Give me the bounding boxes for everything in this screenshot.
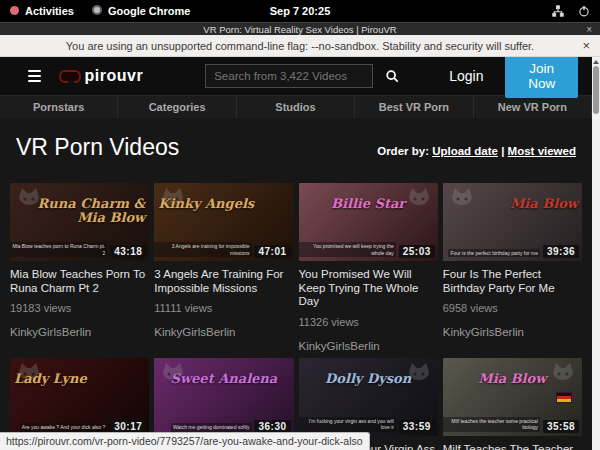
login-link[interactable]: Login bbox=[449, 68, 483, 84]
video-card[interactable]: Kinky Angels 3 Angels are training for i… bbox=[154, 183, 293, 352]
video-studio-link[interactable]: KinkyGirlsBerlin bbox=[443, 326, 582, 338]
vr-goggles-icon bbox=[59, 70, 81, 83]
infobar-close-icon[interactable]: × bbox=[582, 38, 590, 53]
video-studio-link[interactable]: KinkyGirlsBerlin bbox=[154, 326, 293, 338]
video-thumbnail[interactable]: Mia Blow Four is the perfect birthday pa… bbox=[443, 183, 582, 261]
thumbnail-performer-name: Mia Blow bbox=[447, 197, 578, 211]
video-card[interactable]: Runa Charm & Mia Blow Mia Blow teaches p… bbox=[10, 183, 149, 352]
page-viewport: pirouvr Login Join Now PornstarsCategori… bbox=[0, 57, 600, 450]
heading-row: VR Porn Videos Order by: Upload date | M… bbox=[0, 118, 592, 161]
video-title[interactable]: Mia Blow Teaches Porn To Runa Charm Pt 2 bbox=[10, 268, 149, 295]
search-button[interactable] bbox=[373, 64, 411, 88]
duration-badge: 30:17 bbox=[110, 420, 146, 433]
screen: Activities Google Chrome Sep 7 20:25 VR … bbox=[0, 0, 600, 450]
video-title[interactable]: Milf Teaches The Teacher Some Practical … bbox=[443, 443, 582, 450]
order-by-label: Order by: bbox=[377, 145, 429, 157]
video-studio-link[interactable]: KinkyGirlsBerlin bbox=[10, 326, 149, 338]
video-thumbnail[interactable]: Mia Blow Milf teaches the teacher some p… bbox=[443, 358, 582, 436]
german-flag-icon bbox=[556, 392, 572, 403]
duration-badge: 43:18 bbox=[110, 245, 146, 258]
nav-item[interactable]: Best VR Porn bbox=[355, 96, 473, 118]
activities-button[interactable]: Activities bbox=[10, 5, 74, 17]
thumbnail-performer-name: Mia Blow bbox=[447, 372, 578, 386]
thumbnail-caption: Mia Blow teaches porn to Runa Charm pt. … bbox=[10, 242, 107, 257]
thumbnail-caption: I'm fucking your virgin ass and you will… bbox=[299, 417, 396, 432]
network-icon[interactable] bbox=[552, 5, 564, 17]
video-card[interactable]: Mia Blow Four is the perfect birthday pa… bbox=[443, 183, 582, 352]
nav-item[interactable]: Pornstars bbox=[0, 96, 118, 118]
thumbnail-performer-name: Lady Lyne bbox=[14, 372, 145, 386]
site-header: pirouvr Login Join Now bbox=[0, 57, 592, 95]
video-thumbnail[interactable]: Billie Star You promised we will keep tr… bbox=[299, 183, 438, 261]
video-thumbnail[interactable]: Kinky Angels 3 Angels are training for i… bbox=[154, 183, 293, 261]
video-views: 6958 views bbox=[443, 302, 582, 314]
video-thumbnail[interactable]: Sweet Analena Watch me getting dominated… bbox=[154, 358, 293, 436]
nav-item[interactable]: Categories bbox=[118, 96, 236, 118]
scrollbar-thumb[interactable] bbox=[593, 66, 599, 114]
duration-badge: 36:30 bbox=[254, 420, 290, 433]
status-url-tooltip: https://pirouvr.com/vr-porn-video/779325… bbox=[0, 432, 370, 450]
activities-label: Activities bbox=[25, 5, 74, 17]
order-most-viewed-link[interactable]: Most viewed bbox=[508, 145, 576, 157]
order-separator: | bbox=[501, 145, 504, 157]
app-menu-label: Google Chrome bbox=[108, 5, 191, 17]
warning-infobar: You are using an unsupported command-lin… bbox=[0, 35, 600, 57]
order-by: Order by: Upload date | Most viewed bbox=[377, 145, 576, 161]
search-input[interactable] bbox=[205, 64, 373, 88]
duration-badge: 33:59 bbox=[399, 420, 435, 433]
thumbnail-performer-name: Kinky Angels bbox=[158, 197, 289, 211]
thumbnail-performer-name: Billie Star bbox=[303, 197, 434, 211]
thumbnail-caption: Watch me getting dominated softly bbox=[171, 423, 252, 432]
app-menu-button[interactable]: Google Chrome bbox=[92, 5, 191, 17]
duration-badge: 25:03 bbox=[399, 245, 435, 258]
video-thumbnail[interactable]: Lady Lyne Are you awake ? And your dick … bbox=[10, 358, 149, 436]
join-now-button[interactable]: Join Now bbox=[505, 57, 578, 98]
video-studio-link[interactable]: KinkyGirlsBerlin bbox=[299, 340, 438, 352]
thumbnail-caption: You promised we will keep trying the who… bbox=[299, 242, 396, 257]
power-icon[interactable] bbox=[578, 5, 590, 17]
page-title: VR Porn Videos bbox=[16, 134, 179, 161]
system-top-bar: Activities Google Chrome Sep 7 20:25 bbox=[0, 0, 600, 22]
thumbnail-performer-name: Sweet Analena bbox=[158, 372, 289, 386]
video-grid: Runa Charm & Mia Blow Mia Blow teaches p… bbox=[0, 183, 592, 450]
video-thumbnail[interactable]: Dolly Dyson I'm fucking your virgin ass … bbox=[299, 358, 438, 436]
duration-badge: 39:36 bbox=[543, 245, 579, 258]
video-title[interactable]: Four Is The Perfect Birthday Party For M… bbox=[443, 268, 582, 295]
video-views: 11111 views bbox=[154, 302, 293, 314]
tab-close-icon[interactable]: × bbox=[586, 24, 592, 35]
nav-menu: PornstarsCategoriesStudiosBest VR PornNe… bbox=[0, 95, 592, 118]
hamburger-menu-icon[interactable] bbox=[28, 70, 41, 82]
site-logo-text: pirouvr bbox=[85, 67, 144, 85]
nav-item[interactable]: New VR Porn bbox=[474, 96, 592, 118]
thumbnail-caption: 3 Angels are training for impossible mis… bbox=[154, 242, 251, 257]
video-views: 19183 views bbox=[10, 302, 149, 314]
video-card[interactable]: Mia Blow Milf teaches the teacher some p… bbox=[443, 358, 582, 450]
order-upload-date-link[interactable]: Upload date bbox=[432, 145, 498, 157]
chrome-icon bbox=[92, 5, 102, 15]
video-views: 11326 views bbox=[299, 316, 438, 328]
thumbnail-performer-name: Dolly Dyson bbox=[303, 372, 434, 386]
thumbnail-caption: Are you awake ? And your dick also ? bbox=[20, 423, 107, 432]
video-title[interactable]: You Promised We Will Keep Trying The Who… bbox=[299, 268, 438, 309]
thumbnail-caption: Milf teaches the teacher some practical … bbox=[443, 417, 540, 432]
duration-badge: 47:01 bbox=[254, 245, 290, 258]
scrollbar-up-arrow-icon[interactable] bbox=[593, 60, 599, 64]
nav-item[interactable]: Studios bbox=[237, 96, 355, 118]
page-scrollbar[interactable] bbox=[592, 57, 600, 450]
site-logo[interactable]: pirouvr bbox=[59, 67, 144, 85]
warning-message: You are using an unsupported command-lin… bbox=[66, 40, 534, 52]
tab-title[interactable]: VR Porn: Virtual Reality Sex Videos | Pi… bbox=[203, 24, 396, 35]
video-title[interactable]: 3 Angels Are Training For Impossible Mis… bbox=[154, 268, 293, 295]
thumbnail-caption: Four is the perfect birthday party for m… bbox=[448, 249, 540, 258]
activities-dot-icon bbox=[10, 6, 19, 15]
video-thumbnail[interactable]: Runa Charm & Mia Blow Mia Blow teaches p… bbox=[10, 183, 149, 261]
search-icon bbox=[385, 69, 399, 83]
video-card[interactable]: Billie Star You promised we will keep tr… bbox=[299, 183, 438, 352]
browser-tab-bar: VR Porn: Virtual Reality Sex Videos | Pi… bbox=[0, 22, 600, 35]
thumbnail-performer-name: Runa Charm & Mia Blow bbox=[14, 197, 145, 224]
duration-badge: 35:58 bbox=[543, 420, 579, 433]
search-area bbox=[205, 64, 411, 88]
